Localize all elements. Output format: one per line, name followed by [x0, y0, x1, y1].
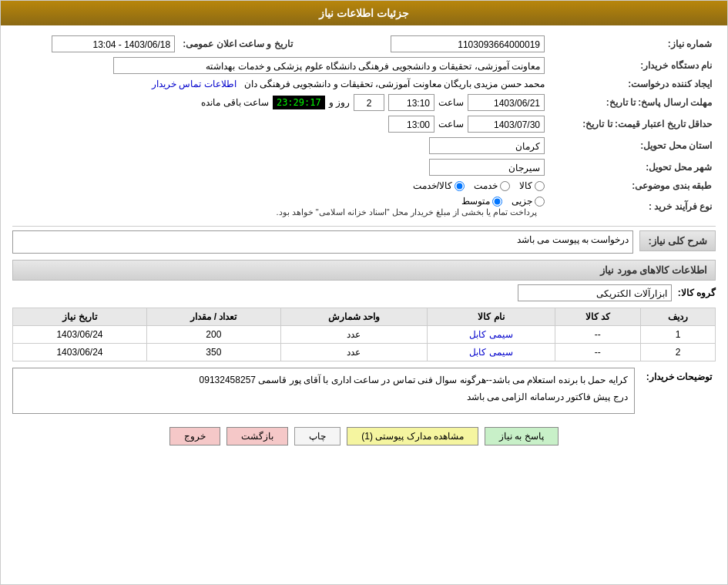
cell-tedad-1: 200: [146, 326, 280, 344]
hadaqal-saat-label: ساعت: [438, 119, 464, 129]
radio-jozii-input[interactable]: [535, 197, 545, 207]
col-tedad: تعداد / مقدار: [146, 308, 280, 326]
shahr-value: سیرجان: [12, 156, 549, 178]
radio-khadamat-label: خدمت: [474, 180, 498, 191]
radio-motavaset-label: متوسط: [461, 196, 490, 207]
tabaqe-value: کالا خدمت کالا/خدمت: [12, 178, 549, 193]
radio-jozii-label: جزیی: [512, 196, 532, 207]
cell-radif-2: 2: [640, 344, 715, 361]
col-kod-kala: کد کالا: [555, 308, 640, 326]
mohlat-baqi-label: ساعت باقی مانده: [201, 97, 269, 108]
row-mohlat: مهلت ارسال پاسخ: تا تاریخ: 1403/06/21 سا…: [12, 92, 716, 113]
bottom-buttons: پاسخ به نیاز مشاهده مدارک پیوستی (1) چاپ…: [12, 418, 716, 453]
row-hadaqal: حداقل تاریخ اعتبار قیمت: تا تاریخ: 1403/…: [12, 113, 716, 135]
ostan-label: استان محل تحویل:: [549, 135, 716, 156]
tozihat-box: کرایه حمل با برنده استعلام می باشد--هرگو…: [12, 368, 635, 414]
kala-section-header: اطلاعات کالاهای مورد نیاز: [12, 260, 716, 281]
tabaqe-label: طبقه بندی موضوعی:: [549, 178, 716, 193]
row-tabaqe: طبقه بندی موضوعی: کالا خدمت: [12, 178, 716, 193]
hadaqal-value: 1403/07/30 ساعت 13:00: [12, 113, 549, 135]
mohlat-date-input: 1403/06/21: [468, 94, 545, 111]
cell-nam-1: سیمی کابل: [428, 326, 555, 344]
tarikh-value: 1403/06/18 - 13:04: [12, 33, 179, 55]
group-kala-label: گروه کالا:: [678, 287, 716, 298]
payment-note: پرداخت تمام یا بخشی از مبلغ خریدار محل "…: [276, 207, 537, 217]
page-header: جزئیات اطلاعات نیاز: [1, 1, 727, 25]
mohlat-timer: 23:29:17: [273, 96, 325, 109]
cell-kod-2: --: [555, 344, 640, 361]
khorooj-button[interactable]: خروج: [169, 427, 220, 445]
shomare-niaz-value: 1103093664000019: [343, 33, 549, 55]
shahr-input: سیرجان: [429, 159, 545, 176]
tozihat-content: کرایه حمل با برنده استعلام می باشد--هرگو…: [12, 368, 635, 414]
row-nam-dastgah: نام دستگاه خریدار: معاونت آموزشی، تحقیقا…: [12, 55, 716, 76]
col-tarikh: تاریخ نیاز: [13, 308, 147, 326]
moshahede-button[interactable]: مشاهده مدارک پیوستی (1): [347, 427, 478, 445]
table-row: 2 -- سیمی کابل عدد 350 1403/06/24: [13, 344, 716, 361]
cell-kod-1: --: [555, 326, 640, 344]
row-shomare-tarikh: شماره نیاز: 1103093664000019 تاریخ و ساع…: [12, 33, 716, 55]
divider-1: [12, 226, 716, 227]
radio-motavaset-input[interactable]: [492, 197, 502, 207]
cell-tedad-2: 350: [146, 344, 280, 361]
cell-vahed-1: عدد: [280, 326, 427, 344]
ejad-value: محمد حسن مزیدی باریگان معاونت آموزشی، تح…: [12, 76, 549, 92]
page-wrapper: جزئیات اطلاعات نیاز شماره نیاز: 11030936…: [0, 0, 728, 585]
cell-tarikh-2: 1403/06/24: [13, 344, 147, 361]
radio-motavaset[interactable]: متوسط: [461, 196, 502, 207]
main-content: شماره نیاز: 1103093664000019 تاریخ و ساع…: [1, 25, 727, 461]
shahr-label: شهر محل تحویل:: [549, 156, 716, 178]
radio-jozii[interactable]: جزیی: [512, 196, 545, 207]
radio-khadamat[interactable]: خدمت: [474, 180, 510, 191]
ostan-input: کرمان: [429, 137, 545, 154]
nam-dastgah-input: معاونت آموزشی، تحقیقات و دانشجویی فرهنگی…: [113, 57, 545, 74]
radio-kala-label: کالا: [519, 180, 532, 191]
sharh-kolli-content: درخواست به پیوست می باشد: [12, 230, 633, 254]
goods-table-header: ردیف کد کالا نام کالا واحد شمارش تعداد /…: [13, 308, 716, 326]
noe-farayand-label: نوع فرآیند خرید :: [549, 193, 716, 220]
tabaqe-radio-group: کالا خدمت کالا/خدمت: [16, 180, 545, 191]
table-row: 1 -- سیمی کابل عدد 200 1403/06/24: [13, 326, 716, 344]
noe-farayand-value: جزیی متوسط پرداخت تمام یا بخشی از مبلغ خ…: [12, 193, 549, 220]
group-kala-row: گروه کالا: ابزارآلات الکتریکی: [12, 284, 716, 301]
page-title: جزئیات اطلاعات نیاز: [319, 7, 409, 19]
row-ostan: استان محل تحویل: کرمان: [12, 135, 716, 156]
hadaqal-saat-input: 13:00: [388, 116, 434, 133]
mohlat-label: مهلت ارسال پاسخ: تا تاریخ:: [549, 92, 716, 113]
mohlat-rooz-input: 2: [354, 94, 384, 111]
radio-kala-khadamat-label: کالا/خدمت: [413, 180, 452, 191]
ejad-text: محمد حسن مزیدی باریگان معاونت آموزشی، تح…: [244, 79, 545, 89]
row-ejad: ایجاد کننده درخواست: محمد حسن مزیدی باری…: [12, 76, 716, 92]
tozihat-line-2: درج پیش فاکتور درسامانه الزامی می باشد: [19, 389, 628, 406]
mohlat-saat-label: ساعت: [438, 97, 464, 108]
shomare-niaz-label: شماره نیاز:: [549, 33, 716, 55]
ejad-link[interactable]: اطلاعات تماس خریدار: [152, 79, 237, 89]
tarikh-label: تاریخ و ساعت اعلان عمومی:: [179, 33, 343, 55]
ejad-label: ایجاد کننده درخواست:: [549, 76, 716, 92]
hadaqal-label: حداقل تاریخ اعتبار قیمت: تا تاریخ:: [549, 113, 716, 135]
radio-kala-input[interactable]: [535, 181, 545, 191]
bazgasht-button[interactable]: بازگشت: [226, 427, 288, 445]
group-kala-input[interactable]: ابزارآلات الکتریکی: [518, 284, 672, 301]
sharh-kolli-section-header: شرح کلی نیاز:: [639, 230, 716, 251]
cell-tarikh-1: 1403/06/24: [13, 326, 147, 344]
row-shahr: شهر محل تحویل: سیرجان: [12, 156, 716, 178]
col-nam-kala: نام کالا: [428, 308, 555, 326]
radio-khadamat-input[interactable]: [500, 181, 510, 191]
cell-nam-2: سیمی کابل: [428, 344, 555, 361]
mohlat-value: 1403/06/21 ساعت 13:10 2 روز و 23:29:17 س…: [12, 92, 549, 113]
cell-radif-1: 1: [640, 326, 715, 344]
hadaqal-row: 1403/07/30 ساعت 13:00: [16, 116, 545, 133]
radio-kala-khadamat[interactable]: کالا/خدمت: [413, 180, 465, 191]
goods-table-body: 1 -- سیمی کابل عدد 200 1403/06/24 2 -- س…: [13, 326, 716, 361]
sharh-kolli-input[interactable]: درخواست به پیوست می باشد: [12, 230, 633, 254]
pasokh-button[interactable]: پاسخ به نیاز: [485, 427, 559, 445]
mohlat-saat-input: 13:10: [388, 94, 434, 111]
col-vahed: واحد شمارش: [280, 308, 427, 326]
mohlat-row: 1403/06/21 ساعت 13:10 2 روز و 23:29:17 س…: [16, 94, 545, 111]
radio-kala[interactable]: کالا: [519, 180, 545, 191]
radio-kala-khadamat-input[interactable]: [455, 181, 465, 191]
mohlat-rooz-label: روز و: [329, 97, 350, 108]
chap-button[interactable]: چاپ: [294, 427, 341, 445]
ostan-value: کرمان: [12, 135, 549, 156]
